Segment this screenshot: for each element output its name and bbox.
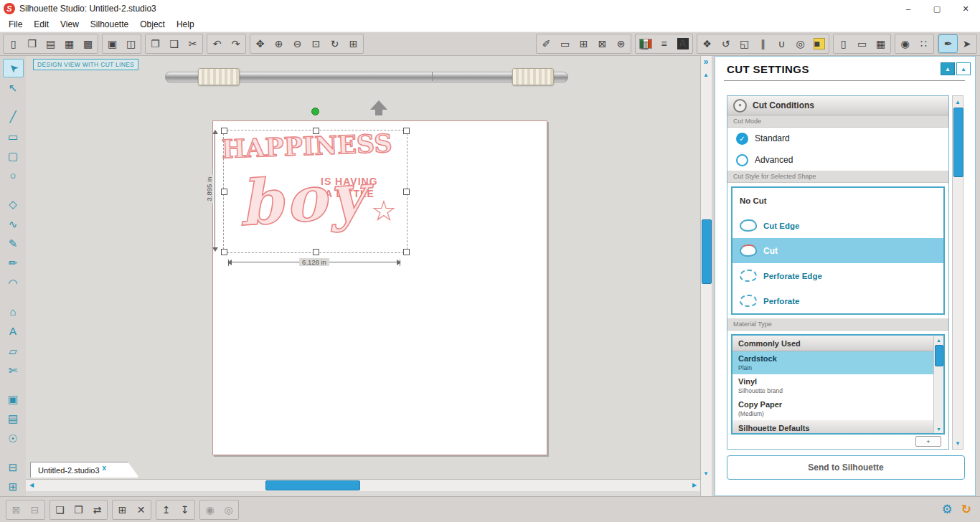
menu-file[interactable]: File	[3, 18, 28, 31]
design-canvas[interactable]: DESIGN VIEW WITH CUT LINES HAPPINESS IS …	[26, 56, 712, 496]
selection-handle-sw[interactable]	[221, 249, 227, 255]
replicate-button[interactable]: ❖	[698, 35, 716, 52]
smooth-freehand-tool[interactable]: ✏	[3, 254, 24, 272]
rotate-options-button[interactable]: ↺	[717, 35, 735, 52]
radio-unselected-icon[interactable]	[736, 154, 748, 166]
eraser-tool[interactable]: ▱	[3, 341, 24, 360]
point-editing-tool[interactable]: ↖	[3, 78, 24, 97]
menu-edit[interactable]: Edit	[28, 18, 55, 31]
panel-scrollbar[interactable]: ▲ ▼	[952, 95, 963, 450]
knife-tool[interactable]: ✄	[3, 361, 24, 379]
rectangle-tool[interactable]: ▭	[3, 127, 24, 146]
rounded-rectangle-tool[interactable]: ▢	[3, 146, 24, 165]
zoom-out-button[interactable]: ⊖	[288, 35, 306, 52]
pierce-options-button[interactable]: ⊛	[612, 35, 630, 52]
sketch-panel-button[interactable]: ▤	[3, 409, 24, 428]
material-scroll-up-button[interactable]: ▲	[934, 336, 943, 344]
ungroup-button[interactable]: ✕	[132, 501, 150, 518]
copy-button[interactable]: ❐	[146, 35, 164, 52]
transform-options-button[interactable]: ⊠	[7, 501, 25, 518]
preferences-button[interactable]: ⚙	[942, 503, 953, 516]
fill-color-button[interactable]: ▥	[636, 35, 654, 52]
material-vinyl[interactable]: Vinyl Silhouette brand	[732, 374, 934, 397]
send-to-back-button[interactable]: ↧	[176, 501, 194, 518]
minimize-button[interactable]: –	[894, 0, 923, 17]
paste-button[interactable]: ❑	[165, 35, 183, 52]
select-tool[interactable]: ➤	[3, 59, 24, 77]
freehand-tool[interactable]: ✎	[3, 234, 24, 252]
scroll-right-button[interactable]: ▶	[689, 479, 700, 490]
pan-button[interactable]: ✥	[251, 35, 269, 52]
camera-preview-button[interactable]: ◉	[896, 35, 914, 52]
maximize-button[interactable]: ▢	[923, 0, 951, 17]
align-options-button[interactable]: ∥	[754, 35, 772, 52]
selection-handle-nw[interactable]	[221, 128, 227, 134]
text-style-button[interactable]: A	[674, 35, 692, 52]
layers-panel-button[interactable]: ⊟	[3, 457, 24, 476]
selection-handle-s[interactable]	[313, 249, 319, 255]
duplicate-button[interactable]: ❐	[70, 501, 88, 518]
library-panel-button[interactable]: ⊞	[3, 478, 24, 496]
curve-tool[interactable]: ∿	[3, 214, 24, 233]
send-to-silhouette-panel-button[interactable]: Send to Silhouette	[727, 455, 965, 480]
panel-scroll-thumb[interactable]	[953, 108, 963, 177]
menu-help[interactable]: Help	[171, 18, 200, 31]
menu-silhouette[interactable]: Silhouette	[85, 18, 134, 31]
open-recent-button[interactable]: ▤	[42, 35, 60, 52]
material-copy-paper[interactable]: Copy Paper (Medium)	[732, 397, 934, 420]
panel-scroll-down-button[interactable]: ▼	[953, 437, 963, 449]
add-material-button[interactable]: +	[915, 436, 941, 447]
mirror-button[interactable]: ⇄	[88, 501, 106, 518]
material-group-defaults[interactable]: Silhouette Defaults	[732, 420, 934, 435]
page-settings-button[interactable]: ▭	[556, 35, 574, 52]
tablet-devices-button[interactable]: ▭	[853, 35, 871, 52]
sync-button[interactable]: ↻	[961, 503, 971, 516]
rotation-handle[interactable]	[311, 108, 319, 115]
redo-button[interactable]: ↷	[227, 35, 245, 52]
weld-options-button[interactable]: ∪	[773, 35, 791, 52]
selection-handle-se[interactable]	[403, 249, 410, 255]
line-tool[interactable]: ╱	[3, 108, 24, 126]
cut-style-cut[interactable]: Cut	[732, 238, 943, 263]
scroll-left-button[interactable]: ◀	[26, 479, 37, 490]
undo-button[interactable]: ↶	[208, 35, 226, 52]
scale-options-button[interactable]: ◱	[735, 35, 753, 52]
menu-object[interactable]: Object	[134, 18, 171, 31]
cut-conditions-header[interactable]: ▼ Cut Conditions	[727, 96, 948, 115]
document-tab-close-button[interactable]: x	[103, 464, 107, 472]
horizontal-scrollbar[interactable]	[26, 479, 700, 491]
ellipse-tool[interactable]: ○	[3, 166, 24, 184]
save-button[interactable]: ▦	[60, 35, 78, 52]
scroll-down-button[interactable]: ▼	[700, 468, 712, 479]
scroll-up-button[interactable]: ▲	[700, 69, 712, 80]
cut-mode-standard[interactable]: ✓ Standard	[727, 128, 948, 149]
print-button[interactable]: ▣	[103, 35, 121, 52]
page-setup-panel-button[interactable]: ▣	[3, 389, 24, 408]
material-cardstock[interactable]: Cardstock Plain	[732, 351, 934, 374]
design-store-button[interactable]: ☉	[3, 429, 24, 447]
lock-button[interactable]: ◉	[201, 501, 219, 518]
offset-options-button[interactable]: ◎	[791, 35, 809, 52]
library-view-button[interactable]: ▦	[872, 35, 890, 52]
document-tab[interactable]: Untitled-2.studio3 x	[30, 462, 139, 478]
selection-box[interactable]	[223, 130, 407, 253]
polygon-tool[interactable]: ◇	[3, 195, 24, 214]
zoom-in-button[interactable]: ⊕	[270, 35, 288, 52]
cut-style-no-cut[interactable]: No Cut	[732, 188, 943, 213]
line-style-button[interactable]: ≡	[655, 35, 673, 52]
selection-handle-n[interactable]	[313, 128, 319, 134]
menu-view[interactable]: View	[55, 18, 85, 31]
cut-mode-advanced[interactable]: Advanced	[727, 149, 948, 171]
send-to-silhouette-button[interactable]: ➤	[958, 35, 976, 52]
horizontal-scroll-thumb[interactable]	[265, 480, 360, 490]
cut-button[interactable]: ✂	[184, 35, 202, 52]
text-tool[interactable]: A	[3, 322, 24, 341]
zoom-reset-button[interactable]: ↻	[326, 35, 344, 52]
selection-handle-e[interactable]	[403, 189, 410, 195]
material-scrollbar[interactable]: ▲ ▼	[933, 336, 943, 433]
trace-options-button[interactable]: ■	[810, 35, 828, 52]
save-as-button[interactable]: ▩	[79, 35, 97, 52]
panel-pin-button[interactable]: ▲	[956, 62, 971, 75]
resize-options-button[interactable]: ⊟	[26, 501, 44, 518]
cut-settings-button[interactable]: ✒	[939, 35, 957, 52]
